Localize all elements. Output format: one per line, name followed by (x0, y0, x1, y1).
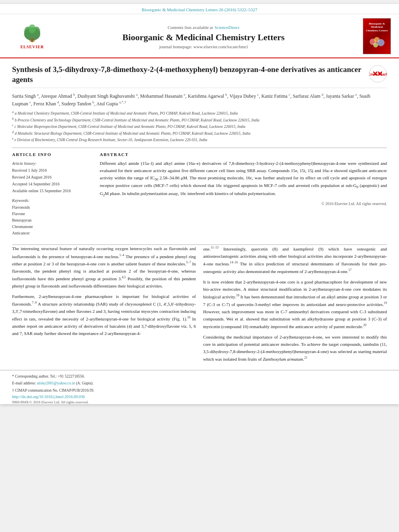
body-section: The interesting structural feature of na… (0, 245, 399, 370)
email-line: E-mail address: atisky2001@yahoo.co.in (… (12, 380, 387, 386)
corresponding-author: * Corresponding author. Tel.: +91 522271… (12, 374, 387, 379)
keywords-section: Keywords: Flavonoids Flavone Benzopyran … (12, 198, 93, 236)
affiliation-d: d d Metabolic Structural Biology Departm… (12, 130, 387, 136)
journal-header-center: Contents lists available at ScienceDirec… (56, 23, 351, 49)
article-info-col: ARTICLE INFO Article history: Received 1… (12, 148, 93, 236)
contents-label: Contents lists available at ScienceDirec… (60, 23, 347, 31)
available-date: Available online 15 September 2016 (12, 187, 93, 194)
email-address[interactable]: atisky2001@yahoo.co.in (37, 381, 75, 385)
affiliation-a: a a Medicinal Chemistry Department, CSIR… (12, 110, 387, 116)
elsevier-logo: ELSEVIER (20, 24, 44, 49)
keyword-flavone: Flavone (12, 211, 93, 217)
sciencedirect-link[interactable]: ScienceDirect (215, 25, 240, 30)
body-para-4: It is now evident that 2-arylbenzopyran-… (203, 278, 387, 330)
abstract-text: Different alkyl amide (15a–l) and alkyl … (100, 160, 387, 198)
affiliation-b: b b Process Chemistry and Technology Dep… (12, 117, 387, 123)
abstract-col: ABSTRACT Different alkyl amide (15a–l) a… (100, 148, 387, 236)
top-banner: Bioorganic & Medicinal Chemistry Letters… (0, 4, 399, 14)
svg-point-9 (373, 43, 378, 47)
doi-link[interactable]: http://dx.doi.org/10.1016/j.bmcl.2016.09… (12, 394, 387, 399)
article-info-abstract: ARTICLE INFO Article history: Received 1… (12, 148, 387, 236)
svg-point-5 (29, 39, 35, 42)
journal-ref: Bioorganic & Medicinal Chemistry Letters… (142, 7, 257, 12)
article-content: Synthesis of 3,5-dihydroxy-7,8-dimethoxy… (0, 58, 399, 244)
keyword-flavonoids: Flavonoids (12, 204, 93, 211)
body-right: one.11–13 Interestingly, quercetin (8) a… (203, 245, 387, 366)
affiliations: a a Medicinal Chemistry Department, CSIR… (12, 110, 387, 143)
homepage-text: journal homepage: www.elsevier.com/locat… (159, 44, 248, 49)
email-suffix: (A. Gupta). (76, 381, 94, 385)
article-title: Synthesis of 3,5-dihydroxy-7,8-dimethoxy… (12, 65, 363, 84)
accepted-date: Accepted 14 September 2016 (12, 181, 93, 187)
journal-header: ELSEVIER Contents lists available at Sci… (0, 14, 399, 58)
affiliation-c: c c Molecular Bioprospection Department,… (12, 123, 387, 129)
journal-homepage: journal homepage: www.elsevier.com/locat… (60, 44, 347, 49)
issn-text: 0960-894X/© 2016 Elsevier Ltd. All right… (12, 400, 387, 404)
cimap-comm: † CIMAP communication No. CIMAP/PUB/2016… (12, 388, 387, 393)
body-para-3: one.11–13 Interestingly, quercetin (8) a… (203, 245, 387, 275)
email-label: E-mail address: (12, 381, 36, 385)
article-title-text: Synthesis of 3,5-dihydroxy-7,8-dimethoxy… (12, 65, 363, 84)
article-title-section: Synthesis of 3,5-dihydroxy-7,8-dimethoxy… (12, 65, 387, 88)
journal-header-left: ELSEVIER (8, 24, 56, 49)
keyword-benzopyran: Benzopyran (12, 217, 93, 224)
page: Bioorganic & Medicinal Chemistry Letters… (0, 4, 399, 404)
elsevier-label: ELSEVIER (21, 45, 44, 49)
article-info-label: ARTICLE INFO (12, 152, 93, 157)
svg-point-3 (29, 24, 36, 33)
body-para-5: Considering the medicinal importance of … (203, 333, 387, 363)
contents-text: Contents lists available at (168, 25, 213, 30)
svg-text:CrossMark: CrossMark (369, 72, 387, 76)
footnote-section: * Corresponding author. Tel.: +91 522271… (0, 370, 399, 404)
elsevier-tree-icon (20, 24, 44, 44)
keyword-anticancer: Anticancer (12, 230, 93, 236)
cover-art-icon (367, 34, 387, 50)
keywords-label: Keywords: (12, 198, 93, 203)
revised-date: Revised 24 August 2016 (12, 174, 93, 181)
authors: Sarita Singh a, Ateeque Ahmad b, Dushyan… (12, 92, 387, 107)
abstract-label: ABSTRACT (100, 152, 387, 157)
journal-header-right: Bioorganic & Medicinal Chemistry Letters (351, 18, 391, 54)
received-date: Received 1 July 2016 (12, 167, 93, 174)
history-label: Article history: (12, 160, 93, 167)
body-left: The interesting structural feature of na… (12, 245, 196, 366)
affiliation-e: e e Division of Biochemistry, CSIR-Centr… (12, 136, 387, 143)
copyright: © 2016 Elsevier Ltd. All rights reserved… (100, 201, 387, 206)
svg-point-8 (377, 39, 385, 46)
article-history: Article history: Received 1 July 2016 Re… (12, 160, 93, 194)
abstract-body: Different alkyl amide (15a–l) and alkyl … (100, 161, 387, 196)
body-para-2: Furthermore, 2-arylbenzopyran-4-one phar… (12, 293, 196, 337)
keyword-chromanone: Chromanone (12, 224, 93, 230)
journal-title: Bioorganic & Medicinal Chemistry Letters (60, 32, 347, 43)
authors-text: Sarita Singh a, Ateeque Ahmad b, Dushyan… (12, 93, 370, 107)
journal-cover: Bioorganic & Medicinal Chemistry Letters (363, 18, 391, 54)
body-para-1: The interesting structural feature of na… (12, 245, 196, 290)
crossmark-icon[interactable]: CrossMark (369, 65, 387, 83)
